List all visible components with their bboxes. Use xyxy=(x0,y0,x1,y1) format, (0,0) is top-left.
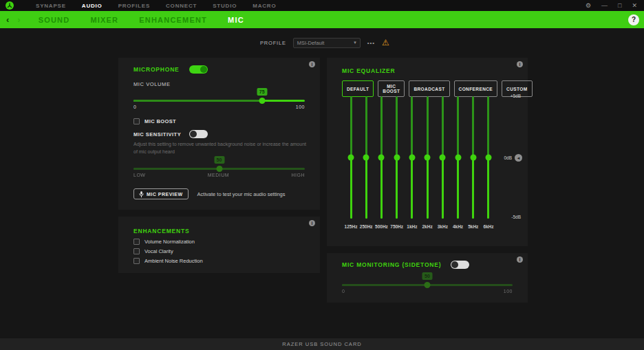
eq-db-scale: +5dB 0dB ◄ -5dB xyxy=(492,58,522,246)
toggle-knob xyxy=(451,261,458,268)
nav-back-icon[interactable]: ‹ xyxy=(6,11,9,28)
profile-more-button[interactable]: ••• xyxy=(367,40,375,46)
eq-band-125hz[interactable]: 125Hz xyxy=(345,96,357,229)
mic-sensitivity-slider[interactable]: 50 LOW MEDIUM HIGH xyxy=(133,156,305,179)
mic-preview-hint: Activate to test your mic audio settings xyxy=(197,191,286,197)
minimize-icon[interactable]: — xyxy=(601,0,608,11)
mic-equalizer-panel: i MIC EQUALIZER DEFAULT MIC BOOST BROADC… xyxy=(327,58,528,246)
preset-broadcast-button[interactable]: BROADCAST xyxy=(409,80,449,97)
eq-slider-handle[interactable] xyxy=(485,155,491,161)
enhancements-panel: i ENHANCEMENTS Volume Normalization Voca… xyxy=(118,217,320,273)
option-label: Volume Normalization xyxy=(144,239,195,245)
eq-slider-handle[interactable] xyxy=(470,155,476,161)
tab-sound[interactable]: SOUND xyxy=(39,16,70,24)
eq-band-1khz[interactable]: 1kHz xyxy=(406,96,418,229)
mic-monitoring-toggle[interactable] xyxy=(451,261,469,269)
slider-track[interactable] xyxy=(133,100,305,102)
mic-preview-button[interactable]: MIC PREVIEW xyxy=(133,188,189,199)
eq-slider-track[interactable] xyxy=(427,96,429,219)
info-icon[interactable]: i xyxy=(309,61,315,67)
tab-mic[interactable]: MIC xyxy=(228,16,244,24)
eq-band-label: 250Hz xyxy=(360,224,373,229)
menu-item-synapse[interactable]: SYNAPSE xyxy=(36,3,66,9)
app-menu: SYNAPSE AUDIO PROFILES CONNECT STUDIO MA… xyxy=(36,3,276,9)
eq-slider-track[interactable] xyxy=(442,96,444,219)
eq-slider-track[interactable] xyxy=(350,96,352,219)
eq-slider-handle[interactable] xyxy=(455,155,461,161)
slider-handle[interactable] xyxy=(425,282,431,288)
mic-monitoring-panel: i MIC MONITORING (SIDETONE) 50 0 100 xyxy=(327,253,528,303)
eq-slider-track[interactable] xyxy=(411,96,413,219)
eq-slider-track[interactable] xyxy=(396,96,398,219)
preset-conference-button[interactable]: CONFERENCE xyxy=(454,80,498,97)
menu-item-studio[interactable]: STUDIO xyxy=(213,3,237,9)
eq-band-5khz[interactable]: 5kHz xyxy=(467,96,480,229)
eq-band-3khz[interactable]: 3kHz xyxy=(436,96,449,229)
eq-slider-handle[interactable] xyxy=(425,155,431,161)
nav-forward-icon[interactable]: › xyxy=(17,11,20,28)
slider-handle[interactable] xyxy=(259,98,265,104)
sensitivity-low-label: LOW xyxy=(133,173,145,177)
eq-scale-top-label: +5dB xyxy=(511,94,521,98)
mic-sensitivity-toggle[interactable] xyxy=(189,130,208,138)
warning-icon[interactable]: ⚠ xyxy=(382,39,389,47)
slider-handle[interactable] xyxy=(216,166,222,172)
enhancement-option-row: Ambient Noise Reduction xyxy=(133,258,203,264)
menu-item-connect[interactable]: CONNECT xyxy=(166,3,197,9)
mic-boost-checkbox[interactable] xyxy=(133,118,140,124)
eq-scale-bottom-label: -5dB xyxy=(511,215,521,219)
eq-slider-handle[interactable] xyxy=(440,155,446,161)
eq-band-2khz[interactable]: 2kHz xyxy=(421,96,433,229)
mic-icon xyxy=(139,190,144,198)
preset-mic-boost-button[interactable]: MIC BOOST xyxy=(378,80,405,97)
volume-normalization-checkbox[interactable] xyxy=(133,239,140,245)
maximize-icon[interactable]: □ xyxy=(618,0,621,11)
info-icon[interactable]: i xyxy=(517,256,523,263)
eq-band-4khz[interactable]: 4kHz xyxy=(452,96,464,229)
mic-sensitivity-label: MIC SENSITIVITY xyxy=(133,131,181,138)
help-button[interactable]: ? xyxy=(628,14,639,25)
eq-slider-track[interactable] xyxy=(472,96,474,219)
eq-band-750hz[interactable]: 750Hz xyxy=(391,96,403,229)
settings-gear-icon[interactable]: ⚙ xyxy=(586,0,591,11)
synapse-window: SYNAPSE AUDIO PROFILES CONNECT STUDIO MA… xyxy=(0,0,644,350)
status-bar: RAZER USB SOUND CARD xyxy=(0,338,644,350)
close-icon[interactable]: ✕ xyxy=(632,0,637,11)
eq-slider-track[interactable] xyxy=(365,96,367,219)
eq-band-label: 1kHz xyxy=(407,224,417,229)
vocal-clarity-checkbox[interactable] xyxy=(133,248,140,254)
eq-slider-track[interactable] xyxy=(380,96,383,219)
eq-slider-handle[interactable] xyxy=(394,155,400,161)
tab-enhancement[interactable]: ENHANCEMENT xyxy=(139,16,207,24)
eq-slider-handle[interactable] xyxy=(363,155,369,161)
device-name: RAZER USB SOUND CARD xyxy=(282,341,361,347)
sensitivity-high-label: HIGH xyxy=(292,173,305,177)
ambient-noise-reduction-checkbox[interactable] xyxy=(133,258,140,264)
mic-volume-min-label: 0 xyxy=(133,105,136,109)
eq-slider-track[interactable] xyxy=(457,96,459,219)
eq-band-500hz[interactable]: 500Hz xyxy=(375,96,387,229)
mic-volume-slider[interactable]: 75 0 100 xyxy=(133,88,305,111)
info-icon[interactable]: i xyxy=(309,220,315,226)
eq-slider-track[interactable] xyxy=(487,96,489,219)
tab-mixer[interactable]: MIXER xyxy=(90,16,118,24)
menu-item-macro[interactable]: MACRO xyxy=(253,3,276,9)
profile-select[interactable]: MSI-Default ▾ xyxy=(293,38,361,48)
eq-reset-icon[interactable]: ◄ xyxy=(515,154,522,162)
mic-sensitivity-value-badge: 50 xyxy=(214,156,224,164)
eq-slider-handle[interactable] xyxy=(409,155,415,161)
eq-band-250hz[interactable]: 250Hz xyxy=(360,96,372,229)
mic-volume-max-label: 100 xyxy=(296,105,305,109)
eq-scale-mid-label: 0dB xyxy=(504,155,512,160)
mic-boost-row: MIC BOOST xyxy=(133,118,176,124)
eq-slider-handle[interactable] xyxy=(348,155,354,161)
mic-monitoring-slider[interactable]: 50 0 100 xyxy=(342,272,513,296)
microphone-toggle[interactable] xyxy=(189,65,208,74)
razer-logo-icon[interactable] xyxy=(6,1,14,10)
preset-default-button[interactable]: DEFAULT xyxy=(342,80,374,97)
profile-row: PROFILE MSI-Default ▾ ••• ⚠ xyxy=(260,37,389,48)
menu-item-profiles[interactable]: PROFILES xyxy=(118,3,150,9)
menu-item-audio[interactable]: AUDIO xyxy=(82,3,103,9)
eq-slider-handle[interactable] xyxy=(378,155,385,161)
slider-fill xyxy=(133,100,262,102)
